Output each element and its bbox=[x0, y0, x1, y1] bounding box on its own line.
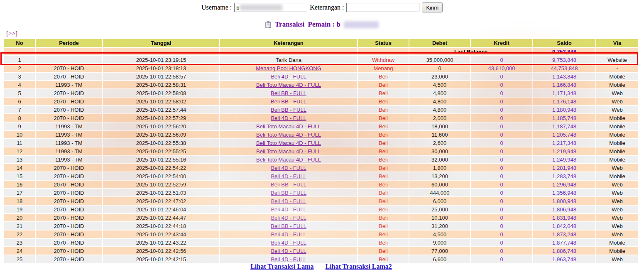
cell-tanggal: 2025-10-01 22:55:38 bbox=[103, 139, 219, 147]
keterangan-link[interactable]: Beli 4D - FULL bbox=[271, 231, 306, 238]
keterangan-link[interactable]: Beli Toto Macau 4D - FULL bbox=[256, 148, 321, 154]
keterangan-link[interactable]: Beli Toto Macau 4D - FULL bbox=[256, 132, 321, 138]
table-row: 1211993 - TM2025-10-01 22:55:25Beli Toto… bbox=[4, 147, 638, 155]
cell-status: Beli bbox=[358, 106, 409, 113]
keterangan-link[interactable]: Beli 4D - FULL bbox=[271, 115, 306, 121]
cell-tanggal: 2025-10-01 22:55:16 bbox=[103, 156, 219, 163]
cell-status: Beli bbox=[358, 230, 409, 238]
cell-saldo: 1,143,848 bbox=[533, 73, 595, 80]
cell-debet: 0 bbox=[409, 64, 470, 72]
cell-debet: 11,600 bbox=[409, 131, 470, 138]
cell-keterangan: Beli Toto Macau 4D - FULL bbox=[220, 139, 357, 147]
cell-keterangan: Beli 4D - FULL bbox=[220, 164, 357, 172]
column-header-debet: Debet bbox=[409, 39, 470, 47]
cell-kredit: 0 bbox=[471, 156, 532, 163]
keterangan-link[interactable]: Beli 4D - FULL bbox=[271, 74, 306, 80]
keterangan-link[interactable]: Beli BB - FULL bbox=[271, 90, 306, 96]
cell-via: Mobile bbox=[596, 172, 638, 180]
next-page-link[interactable]: [>>] bbox=[6, 30, 17, 37]
cell-periode: 2070 - HOID bbox=[36, 106, 102, 113]
keterangan-link[interactable]: Beli BB - FULL bbox=[271, 181, 306, 188]
kirim-button[interactable]: Kirim bbox=[422, 2, 443, 12]
cell-keterangan: Beli 4D - FULL bbox=[220, 73, 357, 80]
cell-periode: 2070 - HOID bbox=[36, 255, 102, 263]
keterangan-link[interactable]: Beli BB - FULL bbox=[271, 107, 306, 113]
cell-via: Mobile bbox=[596, 114, 638, 122]
cell-kredit: 0 bbox=[471, 98, 532, 105]
cell-tanggal: 2025-10-01 22:57:29 bbox=[103, 114, 219, 122]
column-header-periode: Periode bbox=[36, 39, 102, 47]
keterangan-link[interactable]: Beli 4D - FULL bbox=[271, 206, 306, 213]
cell-tanggal: 2025-10-01 22:58:31 bbox=[103, 81, 219, 88]
player-name-redaction bbox=[344, 21, 379, 28]
cell-saldo: 1,205,748 bbox=[533, 131, 595, 138]
column-header-via: Via bbox=[596, 39, 638, 47]
cell-status: Beli bbox=[358, 131, 409, 138]
cell-via: Web bbox=[596, 197, 638, 205]
keterangan-link[interactable]: Beli BB - FULL bbox=[271, 190, 306, 196]
cell-tanggal: 2025-10-01 22:54:00 bbox=[103, 172, 219, 180]
cell-no: 6 bbox=[4, 98, 35, 105]
cell-kredit: 0 bbox=[471, 56, 532, 64]
cell-status: Beli bbox=[358, 181, 409, 188]
keterangan-link[interactable]: Beli 4D - FULL bbox=[271, 215, 306, 221]
table-row: 911993 - TM2025-10-01 22:56:20Beli Toto … bbox=[4, 123, 638, 130]
cell-keterangan: Beli BB - FULL bbox=[220, 189, 357, 196]
keterangan-link[interactable]: Menang Pool HONGKONG bbox=[256, 65, 321, 71]
lihat-transaksi-lama-link[interactable]: Lihat Transaksi Lama bbox=[250, 263, 313, 270]
keterangan-link[interactable]: Beli Toto Macau 4D - FULL bbox=[256, 123, 321, 130]
cell-debet: 18,000 bbox=[409, 123, 470, 130]
cell-no: 18 bbox=[4, 197, 35, 205]
keterangan-link[interactable]: Beli 4D - FULL bbox=[271, 240, 306, 246]
cell-periode: 2070 - HOID bbox=[36, 172, 102, 180]
cell-debet: 30,000 bbox=[409, 147, 470, 155]
cell-status bbox=[358, 48, 409, 55]
cell-via: Web bbox=[596, 189, 638, 196]
cell-kredit: 0 bbox=[471, 189, 532, 196]
keterangan-link[interactable]: Beli Toto Macau 4D - FULL bbox=[256, 82, 321, 88]
cell-kredit: 0 bbox=[471, 222, 532, 230]
keterangan-input[interactable] bbox=[346, 3, 419, 12]
cell-keterangan: Beli 4D - FULL bbox=[220, 247, 357, 255]
cell-kredit: 0 bbox=[471, 106, 532, 113]
cell-saldo: 1,171,348 bbox=[533, 89, 595, 97]
cell-no: 15 bbox=[4, 172, 35, 180]
keterangan-link[interactable]: Beli 4D - FULL bbox=[271, 173, 306, 179]
keterangan-link[interactable]: Beli 4D - FULL bbox=[271, 165, 306, 171]
keterangan-link[interactable]: Beli Toto Macau 4D - FULL bbox=[256, 157, 321, 163]
cell-keterangan: Beli 4D - FULL bbox=[220, 255, 357, 263]
cell-keterangan: Beli Toto Macau 4D - FULL bbox=[220, 156, 357, 163]
cell-tanggal: 2025-10-01 22:43:22 bbox=[103, 239, 219, 246]
keterangan-label: Keterangan : bbox=[310, 4, 344, 11]
cell-saldo: 1,176,148 bbox=[533, 98, 595, 105]
keterangan-link[interactable]: Beli BB - FULL bbox=[271, 223, 306, 229]
footer-links: Lihat Transaksi Lama Lihat Transaksi Lam… bbox=[3, 263, 639, 270]
column-header-keterangan: Keterangan bbox=[220, 39, 357, 47]
keterangan-link[interactable]: Beli 4D - FULL bbox=[271, 256, 306, 262]
cell-debet: 60,000 bbox=[409, 181, 470, 188]
table-row: 202070 - HOID2025-10-01 22:44:47Beli 4D … bbox=[4, 214, 638, 221]
cell-debet: 31,200 bbox=[409, 222, 470, 230]
cell-debet: 35,000,000 bbox=[409, 56, 470, 64]
cell-debet: 4,800 bbox=[409, 106, 470, 113]
cell-kredit: 0 bbox=[471, 131, 532, 138]
cell-kredit: 0 bbox=[471, 255, 532, 263]
table-row: 1011993 - TM2025-10-01 22:56:09Beli Toto… bbox=[4, 131, 638, 138]
cell-kredit: 0 bbox=[471, 247, 532, 255]
table-row: 182070 - HOID2025-10-01 22:47:02Beli 4D … bbox=[4, 197, 638, 205]
keterangan-link[interactable]: Beli Toto Macau 4D - FULL bbox=[256, 140, 321, 146]
cell-kredit: 0 bbox=[471, 73, 532, 80]
username-input-wrap bbox=[234, 3, 307, 12]
cell-kredit: 0 bbox=[471, 114, 532, 122]
cell-periode: 2070 - HOID bbox=[36, 64, 102, 72]
cell-saldo: 1,873,248 bbox=[533, 230, 595, 238]
cell-kredit: 0 bbox=[471, 81, 532, 88]
cell-tanggal: 2025-10-01 22:58:02 bbox=[103, 98, 219, 105]
cell-saldo: 1,180,948 bbox=[533, 106, 595, 113]
cell-no bbox=[4, 48, 35, 55]
keterangan-link[interactable]: Beli 4D - FULL bbox=[271, 248, 306, 254]
keterangan-link[interactable]: Beli 4D - FULL bbox=[271, 198, 306, 204]
keterangan-link[interactable]: Beli BB - FULL bbox=[271, 98, 306, 105]
lihat-transaksi-lama2-link[interactable]: Lihat Transaksi Lama2 bbox=[326, 263, 392, 270]
column-header-no: No bbox=[4, 39, 35, 47]
